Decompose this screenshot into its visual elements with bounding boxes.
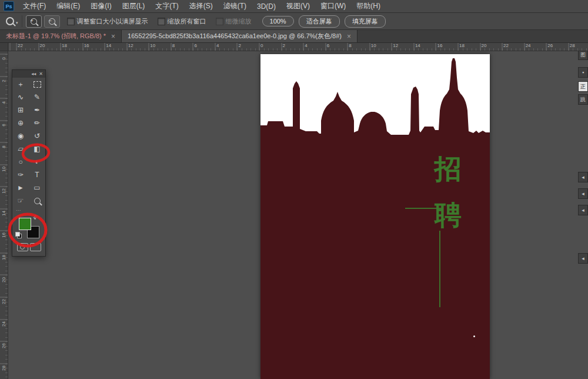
magnifier-icon (6, 17, 14, 25)
healing-brush-tool[interactable]: ⊕ (12, 117, 29, 129)
menu-item-2[interactable]: 图像(I) (85, 0, 116, 12)
palette-grip-dots: ⋯ (12, 207, 45, 214)
options-button-2[interactable]: 填充屏幕 (345, 15, 386, 28)
menu-item-7[interactable]: 3D(D) (252, 0, 281, 12)
h-ruler-label: 18 (459, 43, 465, 48)
lasso-tool-icon: ∿ (18, 94, 24, 101)
v-ruler-label: 26 (1, 341, 6, 350)
h-ruler-label: 20 (482, 43, 487, 48)
menu-item-3[interactable]: 图层(L) (117, 0, 151, 12)
dock-icon-2[interactable]: 正 (578, 81, 588, 92)
menu-item-10[interactable]: 帮助(H) (351, 0, 386, 12)
ruler-origin-corner (0, 43, 8, 51)
h-ruler-label: 12 (393, 43, 398, 48)
crop-tool[interactable]: ⊞ (12, 104, 29, 117)
document-tab-1[interactable]: 16552295-5cbd825f3b3a116a4465432ca6a1ee0… (122, 30, 358, 42)
dock-icon-1[interactable]: ▪ (578, 67, 588, 78)
v-ruler-label: 2 (1, 77, 6, 85)
move-tool[interactable]: ＋ (12, 78, 29, 91)
dock-icon-4[interactable]: ◂ (578, 172, 588, 182)
menu-item-6[interactable]: 滤镜(T) (218, 0, 252, 12)
clone-stamp-tool[interactable]: ◉ (12, 129, 29, 142)
zoom-tool[interactable] (29, 194, 45, 207)
brush-tool[interactable]: ✏ (29, 117, 45, 129)
pen-tool[interactable]: ✑ (12, 168, 29, 181)
document-canvas[interactable]: 招聘 (260, 54, 490, 379)
brush-tool-icon: ✏ (34, 119, 40, 127)
menu-item-5[interactable]: 选择(S) (184, 0, 218, 12)
hand-tool[interactable]: ☞ (12, 194, 29, 207)
quick-mask-button[interactable] (17, 243, 28, 251)
dock-icon-3[interactable]: 跳 (578, 94, 588, 105)
default-colors-icon[interactable] (15, 232, 21, 238)
option-checkbox-1[interactable]: 缩放所有窗口 (158, 17, 206, 26)
dock-icon-6[interactable]: ◂ (578, 205, 588, 215)
vertical-ruler[interactable]: 0246810121416182022242628 (0, 51, 8, 379)
foreground-color-swatch[interactable] (19, 218, 31, 230)
checkbox-label: 细微缩放 (226, 17, 252, 26)
menu-item-9[interactable]: 窗口(W) (315, 0, 351, 12)
options-button-0[interactable]: 100% (262, 16, 294, 26)
zoom-in-button[interactable]: + (26, 15, 42, 28)
h-ruler-label: 16 (84, 43, 89, 48)
paint-bucket-tool[interactable]: ◧ (29, 142, 45, 155)
vertical-calligraphy-text: 招聘 (433, 154, 463, 230)
option-checkbox-0[interactable]: 调整窗口大小以满屏显示 (67, 17, 148, 26)
zoom-tool-preset[interactable]: ▾ (5, 15, 22, 27)
options-checkboxes: 调整窗口大小以满屏显示缩放所有窗口细微缩放 (62, 17, 256, 26)
eyedropper-tool[interactable]: ✒ (29, 104, 45, 117)
v-ruler-label: 24 (1, 320, 6, 328)
tab-title: 16552295-5cbd825f3b3a116a4465432ca6a1ee0… (128, 32, 342, 41)
tab-close-icon[interactable]: × (347, 33, 351, 40)
menu-item-0[interactable]: 文件(F) (18, 0, 51, 12)
h-ruler-label: 2 (239, 43, 241, 48)
h-ruler-label: 16 (437, 43, 442, 48)
lasso-tool[interactable]: ∿ (12, 91, 29, 104)
quick-selection-tool[interactable]: ✎ (29, 91, 45, 104)
screen-mode-button[interactable] (30, 243, 41, 251)
path-select-tool-icon: ► (17, 184, 24, 191)
h-ruler-label: 22 (503, 43, 509, 48)
v-ruler-label: 8 (1, 142, 6, 151)
menu-item-1[interactable]: 编辑(E) (51, 0, 85, 12)
h-ruler-label: 18 (62, 43, 67, 48)
options-button-1[interactable]: 适合屏幕 (299, 15, 340, 28)
close-panel-icon[interactable]: ✕ (39, 72, 43, 77)
menu-item-4[interactable]: 文字(T) (150, 0, 183, 12)
paint-bucket-tool-icon: ◧ (34, 145, 40, 152)
eraser-tool[interactable]: ▱ (12, 142, 29, 155)
v-ruler-label: 18 (1, 253, 6, 262)
document-tab-bar: 未标题-1 @ 19.7% (招聘, RGB/8) *×16552295-5cb… (0, 30, 588, 43)
healing-brush-tool-icon: ⊕ (18, 119, 24, 127)
document-tab-0[interactable]: 未标题-1 @ 19.7% (招聘, RGB/8) *× (0, 30, 122, 42)
blur-tool-icon: ◐ (35, 158, 39, 165)
h-ruler-label: 0 (260, 43, 263, 48)
collapse-panel-icon[interactable]: ◂◂ (31, 72, 36, 77)
checkbox-box-icon[interactable] (67, 18, 75, 25)
shape-tool[interactable]: ▭ (29, 181, 45, 194)
menu-item-8[interactable]: 视图(V) (281, 0, 315, 12)
options-bar: ▾ + − 调整窗口大小以满屏显示缩放所有窗口细微缩放 100%适合屏幕填充屏幕 (0, 13, 588, 30)
type-tool-icon: T (35, 171, 39, 178)
palette-header: ◂◂ ✕ (12, 70, 45, 78)
tab-close-icon[interactable]: × (111, 33, 115, 40)
checkbox-label: 调整窗口大小以满屏显示 (77, 17, 148, 26)
dock-icon-7[interactable]: ◂ (578, 253, 588, 264)
path-select-tool[interactable]: ► (12, 181, 29, 194)
art-character-1: 聘 (435, 200, 462, 230)
horizontal-ruler[interactable]: 2220181614121086420246810121416182022242… (8, 43, 588, 51)
history-brush-tool[interactable]: ↺ (29, 129, 45, 142)
chevron-down-icon: ▾ (16, 21, 18, 25)
v-ruler-label: 14 (1, 209, 6, 218)
rect-marquee-tool[interactable] (29, 78, 45, 91)
type-tool[interactable]: T (29, 168, 45, 181)
app-logo-icon[interactable]: Ps (4, 1, 14, 11)
blur-tool[interactable]: ◐ (29, 155, 45, 168)
dock-icon-5[interactable]: ◂ (578, 188, 588, 199)
checkbox-box-icon[interactable] (158, 18, 165, 25)
dodge-tool[interactable]: ○ (12, 155, 29, 168)
options-buttons: 100%适合屏幕填充屏幕 (260, 15, 388, 28)
zoom-out-button[interactable]: − (44, 15, 60, 28)
menu-items: 文件(F)编辑(E)图像(I)图层(L)文字(T)选择(S)滤镜(T)3D(D)… (18, 0, 386, 12)
swap-colors-icon[interactable]: ⇄ (32, 214, 39, 221)
